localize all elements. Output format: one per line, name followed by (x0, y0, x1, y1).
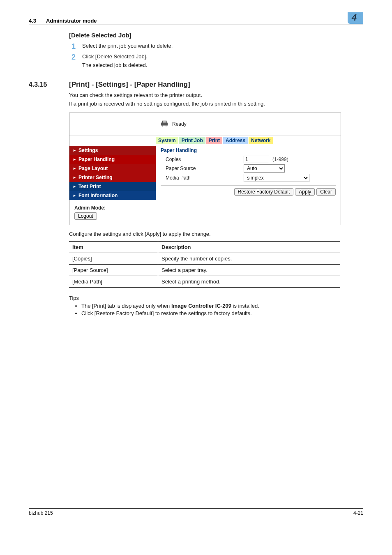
tab-address[interactable]: Address (223, 137, 248, 144)
table-row: [Paper Source] (69, 264, 158, 276)
footer-left: bizhub 215 (29, 510, 53, 516)
table-row: Select a printing method. (158, 276, 341, 287)
section-num: 4.3.15 (29, 81, 61, 88)
copies-label: Copies (166, 157, 244, 162)
table-row: [Media Path] (69, 276, 158, 287)
step-number: 1 (69, 43, 76, 51)
footer-right: 4-21 (353, 510, 363, 516)
chapter-badge: 4 (348, 12, 363, 24)
paper-source-select[interactable]: Auto (244, 164, 285, 173)
sidebar: Settings Paper Handling Page Layout Prin… (69, 146, 156, 200)
copies-input[interactable] (244, 156, 269, 163)
table-row: Select a paper tray. (158, 264, 341, 276)
copies-range: (1-999) (272, 157, 288, 162)
section-title: [Print] - [Settings] - [Paper Handling] (69, 81, 190, 89)
step-2: 2 Click [Delete Selected Job]. The selec… (69, 53, 363, 68)
delete-job-heading: [Delete Selected Job] (69, 32, 363, 39)
content-title: Paper Handling (161, 147, 336, 153)
section-para-1: You can check the settings relevant to t… (69, 92, 363, 98)
tab-network[interactable]: Network (249, 137, 273, 144)
sidebar-item-settings[interactable]: Settings (69, 146, 156, 155)
tip-item: Click [Restore Factory Default] to resto… (81, 310, 363, 316)
tab-print-job[interactable]: Print Job (179, 137, 205, 144)
admin-mode-label: Admin Mode: (74, 205, 336, 211)
header-section-num: 4.3 (29, 18, 36, 24)
section-heading: 4.3.15 [Print] - [Settings] - [Paper Han… (29, 81, 363, 89)
sidebar-item-font-info[interactable]: Font Information (69, 191, 156, 200)
tab-print[interactable]: Print (206, 137, 222, 144)
printer-status: Ready (172, 121, 187, 127)
sidebar-item-page-layout[interactable]: Page Layout (69, 164, 156, 173)
section-para-2: If a print job is received with no setti… (69, 101, 363, 107)
tabs: System Print Job Print Address Network (69, 137, 341, 144)
printer-icon (160, 119, 169, 129)
sidebar-item-paper-handling[interactable]: Paper Handling (69, 155, 156, 164)
step-1-text: Select the print job you want to delete. (82, 43, 363, 49)
step-2-text: Click [Delete Selected Job]. (82, 53, 363, 60)
tips-label: Tips (69, 295, 363, 301)
apply-button[interactable]: Apply (295, 188, 315, 196)
tip-item: The [Print] tab is displayed only when I… (81, 303, 363, 309)
sidebar-item-test-print[interactable]: Test Print (69, 182, 156, 191)
media-path-label: Media Path (166, 175, 244, 181)
paper-source-label: Paper Source (166, 166, 244, 171)
description-table: Item Description [Copies] Specify the nu… (69, 241, 340, 288)
step-1: 1 Select the print job you want to delet… (69, 43, 363, 51)
step-2-subtext: The selected job is deleted. (82, 62, 363, 68)
media-path-select[interactable]: simplex (244, 174, 309, 182)
page-footer: bizhub 215 4-21 (29, 508, 363, 516)
step-number: 2 (69, 53, 76, 62)
after-ui-text: Configure the settings and click [Apply]… (69, 231, 363, 237)
header-section-title: Administrator mode (46, 18, 97, 24)
tab-system[interactable]: System (156, 137, 178, 144)
restore-factory-default-button[interactable]: Restore Factory Default (234, 188, 294, 196)
th-description: Description (158, 241, 341, 253)
sidebar-item-printer-setting[interactable]: Printer Setting (69, 173, 156, 182)
table-row: Specify the number of copies. (158, 253, 341, 264)
th-item: Item (69, 241, 158, 253)
page-header: 4.3 Administrator mode 4 (29, 12, 363, 25)
table-row: [Copies] (69, 253, 158, 264)
clear-button[interactable]: Clear (316, 188, 336, 196)
logout-button[interactable]: Logout (74, 212, 97, 220)
embedded-ui: Ready System Print Job Print Address Net… (69, 113, 341, 225)
